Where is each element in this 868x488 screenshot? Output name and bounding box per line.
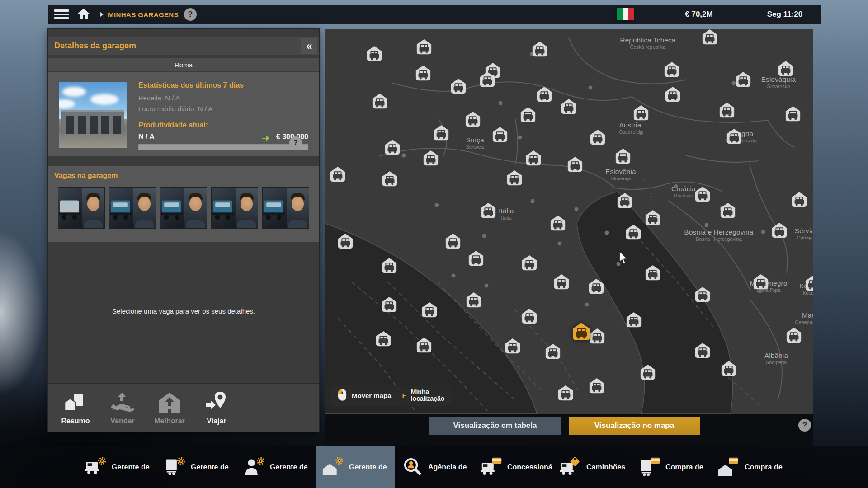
garage-marker-icon[interactable]: [467, 250, 485, 267]
garage-marker-icon[interactable]: [371, 93, 388, 110]
garage-marker-icon[interactable]: [444, 233, 462, 250]
garage-marker-icon[interactable]: [504, 338, 521, 355]
garage-slot-4[interactable]: [211, 187, 258, 229]
driver-photo: [184, 188, 207, 228]
garage-slot-2[interactable]: [109, 187, 156, 229]
map-panel: República TchecaČeská republikaEslováqui…: [325, 29, 813, 446]
garage-marker-icon[interactable]: [536, 86, 553, 103]
garage-marker-icon[interactable]: [525, 150, 542, 167]
resumo-button[interactable]: Resumo: [56, 391, 95, 425]
nav-item-reboques[interactable]: Compra dereboques: [633, 446, 711, 488]
map-view-button[interactable]: Visualização no mapa: [569, 417, 700, 435]
nav-item-garagens[interactable]: Gerente degaragens: [316, 446, 395, 488]
garage-marker-icon[interactable]: [415, 65, 432, 82]
garage-marker-icon[interactable]: [644, 209, 661, 226]
nav-item-reboques[interactable]: Gerente dereboques: [158, 446, 236, 488]
garage-marker-icon[interactable]: [506, 169, 523, 187]
garage-marker-icon[interactable]: [718, 102, 736, 119]
garage-slot-3[interactable]: [160, 187, 207, 229]
home-button[interactable]: [73, 5, 94, 24]
vender-button[interactable]: Vender: [103, 391, 142, 425]
garage-marker-icon[interactable]: [329, 166, 346, 183]
garage-marker-icon[interactable]: [521, 308, 538, 325]
garage-marker-icon[interactable]: [491, 126, 509, 143]
garage-marker-icon[interactable]: [337, 233, 354, 250]
nav-item-emprego[interactable]: Agência deemprego: [396, 446, 474, 488]
garage-marker-icon[interactable]: [381, 170, 398, 188]
garage-marker-icon[interactable]: [553, 273, 570, 291]
garage-slot-5[interactable]: [262, 187, 309, 229]
garage-marker-icon[interactable]: [726, 128, 743, 145]
garage-marker-icon[interactable]: [719, 202, 736, 219]
nav-item-garagens[interactable]: Compra degaragens: [712, 446, 790, 488]
garage-marker-icon[interactable]: [464, 111, 481, 128]
collapse-panel-button[interactable]: «: [301, 38, 317, 54]
city-dot: [705, 223, 709, 227]
garage-marker-icon[interactable]: [375, 330, 392, 347]
garage-marker-icon[interactable]: [560, 98, 577, 115]
world-map[interactable]: República TchecaČeská republikaEslováqui…: [325, 29, 813, 414]
map-help-icon[interactable]: ?: [798, 419, 811, 432]
garage-marker-icon[interactable]: [784, 105, 802, 122]
garage-marker-icon[interactable]: [588, 278, 605, 295]
garage-marker-icon[interactable]: [433, 124, 450, 141]
garage-marker-icon[interactable]: [663, 61, 680, 78]
garage-marker-icon[interactable]: [566, 156, 584, 173]
driver-photo: [236, 188, 258, 228]
garage-marker-icon[interactable]: [557, 385, 574, 402]
garage-marker-icon[interactable]: [720, 360, 737, 377]
garage-marker-icon[interactable]: [544, 343, 561, 360]
garage-marker-icon[interactable]: [664, 86, 681, 103]
garage-marker-icon[interactable]: [450, 78, 467, 95]
garage-marker-icon[interactable]: [694, 186, 711, 203]
help-icon[interactable]: ?: [184, 8, 197, 21]
nav-item-caminhões[interactable]: Gerente decaminhões: [79, 446, 157, 488]
garage-marker-icon[interactable]: [614, 148, 632, 165]
garage-marker-icon[interactable]: [465, 291, 482, 309]
garage-marker-icon[interactable]: [479, 71, 496, 88]
garage-marker-icon[interactable]: [752, 273, 769, 291]
garage-marker-icon[interactable]: [632, 104, 650, 122]
garage-marker-icon[interactable]: [625, 224, 642, 241]
garage-marker-icon[interactable]: [549, 215, 566, 232]
garage-marker-icon[interactable]: [616, 192, 633, 209]
garage-marker-icon[interactable]: [531, 41, 548, 58]
garage-marker-icon[interactable]: [415, 38, 433, 56]
garage-marker-icon[interactable]: [384, 139, 401, 156]
garage-marker-icon[interactable]: [589, 129, 606, 146]
menu-icon[interactable]: [48, 5, 73, 24]
garage-slot-1[interactable]: [58, 187, 105, 229]
productivity-help-icon[interactable]: ?: [289, 136, 302, 149]
garage-marker-icon[interactable]: [519, 106, 537, 123]
garage-marker-icon[interactable]: [625, 311, 642, 328]
garage-marker-icon[interactable]: [366, 45, 383, 62]
garage-marker-icon[interactable]: [480, 202, 497, 219]
garage-marker-icon[interactable]: [639, 364, 656, 381]
nav-item-rias[interactable]: Concessionárias: [475, 446, 553, 488]
garage-marker-icon[interactable]: [694, 286, 711, 303]
garage-marker-icon[interactable]: [771, 222, 788, 239]
selected-garage-marker-icon[interactable]: [571, 322, 591, 342]
garage-marker-icon[interactable]: [791, 191, 808, 208]
garage-marker-icon[interactable]: [735, 71, 752, 88]
garage-marker-icon[interactable]: [422, 150, 439, 167]
garage-marker-icon[interactable]: [777, 60, 794, 77]
garage-marker-icon[interactable]: [521, 254, 538, 272]
garage-marker-icon[interactable]: [588, 377, 605, 394]
garage-marker-icon[interactable]: [694, 342, 711, 359]
nav-item-usados[interactable]: Caminhõesusados: [554, 446, 632, 488]
garage-marker-icon[interactable]: [804, 275, 813, 292]
melhorar-button[interactable]: Melhorar: [150, 391, 189, 425]
nav-item-motoristas[interactable]: Gerente demotoristas: [237, 446, 316, 488]
garage-marker-icon[interactable]: [381, 296, 398, 313]
viajar-button[interactable]: Viajar: [197, 391, 236, 425]
garage-marker-icon[interactable]: [644, 264, 661, 282]
garage-marker-icon[interactable]: [381, 257, 398, 274]
garage-marker-icon[interactable]: [421, 301, 438, 319]
breadcrumb[interactable]: MINHAS GARAGENS: [108, 11, 179, 19]
table-view-button[interactable]: Visualização em tabela: [429, 417, 561, 435]
garage-marker-icon[interactable]: [701, 29, 718, 46]
garage-marker-icon[interactable]: [415, 337, 433, 354]
italy-flag-icon: [617, 8, 634, 20]
garage-marker-icon[interactable]: [785, 327, 802, 344]
